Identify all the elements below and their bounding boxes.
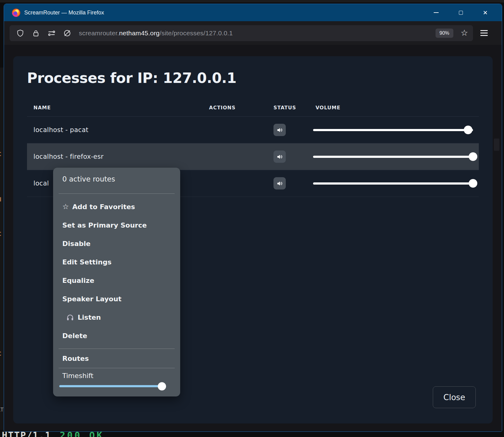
mute-toggle-button[interactable] <box>273 150 286 163</box>
menu-item-label: Delete <box>62 332 87 340</box>
url-domain: netham45.org <box>119 29 160 37</box>
close-dialog-button[interactable]: Close <box>433 386 476 408</box>
minimize-icon <box>434 12 439 13</box>
active-routes-label: 0 active routes <box>53 168 180 193</box>
volume-slider-thumb[interactable] <box>469 179 477 188</box>
menu-item-label: Speaker Layout <box>62 295 122 303</box>
menu-item-label: Listen <box>78 314 101 321</box>
menu-item-delete[interactable]: Delete <box>53 326 180 345</box>
firefox-logo-icon <box>12 9 20 17</box>
desktop-top-strip <box>0 0 504 2</box>
blocked-permission-icon[interactable] <box>63 29 71 37</box>
volume-slider-track[interactable] <box>313 182 473 185</box>
url-text[interactable]: screamrouter.netham45.org/site/processes… <box>79 29 233 37</box>
volume-slider-thumb[interactable] <box>464 126 472 134</box>
menu-item-equalize[interactable]: Equalize <box>53 271 180 290</box>
speaker-icon <box>277 127 283 133</box>
menu-item-speaker-layout[interactable]: Speaker Layout <box>53 290 180 308</box>
bookmark-star-icon[interactable]: ☆ <box>461 29 468 37</box>
browser-viewport: Processes for IP: 127.0.0.1 NAME ACTIONS… <box>4 45 502 432</box>
mute-toggle-button[interactable] <box>273 124 286 136</box>
url-path: /site/processes/127.0.0.1 <box>160 29 233 37</box>
star-icon: ☆ <box>62 203 69 210</box>
scrollbar-thumb[interactable] <box>494 139 499 151</box>
context-menu: 0 active routes ☆ Add to Favorites Set a… <box>53 168 180 396</box>
navigation-toolbar: screamrouter.netham45.org/site/processes… <box>4 21 502 45</box>
volume-slider-track[interactable] <box>313 156 473 158</box>
volume-slider-track[interactable] <box>313 129 473 131</box>
close-window-button[interactable]: ✕ <box>473 4 498 21</box>
page-title: Processes for IP: 127.0.0.1 <box>27 70 479 86</box>
terminal-fragment: C <box>0 231 1 237</box>
terminal-fragment: RT <box>0 407 3 413</box>
menu-item-disable[interactable]: Disable <box>53 234 180 253</box>
minimize-button[interactable] <box>424 4 448 21</box>
menu-item-label: Disable <box>62 240 91 248</box>
speaker-icon <box>277 180 283 187</box>
headphones-icon <box>66 313 74 322</box>
terminal-fragment: C <box>0 351 1 357</box>
terminal-fragment: d <box>0 197 1 203</box>
lock-icon[interactable] <box>32 29 40 37</box>
process-name: localhost - pacat <box>27 126 209 134</box>
permissions-icon[interactable] <box>48 29 56 37</box>
menu-item-label: Add to Favorites <box>72 203 135 211</box>
url-prefix: screamrouter. <box>79 29 119 37</box>
menu-item-label: Edit Settings <box>62 258 111 266</box>
volume-slider[interactable] <box>313 152 473 161</box>
app-menu-button[interactable] <box>480 30 488 36</box>
timeshift-slider[interactable] <box>59 382 166 390</box>
process-row[interactable]: localhost - pacat <box>27 117 479 143</box>
terminal-window-edge <box>0 68 4 430</box>
menu-item-set-primary-source[interactable]: Set as Primary Source <box>53 216 180 234</box>
desktop: C d C C RT HTTP/1.1200 OK ScreamRouter —… <box>0 0 504 437</box>
column-header-name: NAME <box>27 105 209 111</box>
process-name: localhost - firefox-esr <box>27 153 209 160</box>
app-menu-icon <box>480 30 488 31</box>
firefox-window: ScreamRouter — Mozilla Firefox ✕ <box>4 4 502 432</box>
menu-item-label: Equalize <box>62 277 94 284</box>
column-header-actions: ACTIONS <box>209 105 273 111</box>
timeshift-slider-thumb[interactable] <box>158 382 166 390</box>
window-title: ScreamRouter — Mozilla Firefox <box>24 10 104 16</box>
shield-icon[interactable] <box>16 29 24 37</box>
process-row[interactable]: localhost - firefox-esr <box>27 143 479 170</box>
mute-toggle-button[interactable] <box>273 177 286 189</box>
timeshift-slider-track[interactable] <box>59 385 166 387</box>
titlebar[interactable]: ScreamRouter — Mozilla Firefox ✕ <box>4 4 502 21</box>
terminal-fragment: C <box>0 151 1 157</box>
maximize-icon <box>459 11 463 15</box>
column-header-status: STATUS <box>273 105 316 111</box>
menu-item-add-to-favorites[interactable]: ☆ Add to Favorites <box>53 197 180 216</box>
table-header-row: NAME ACTIONS STATUS VOLUME <box>27 105 479 117</box>
menu-item-listen[interactable]: Listen <box>53 308 180 326</box>
url-bar[interactable]: screamrouter.netham45.org/site/processes… <box>10 25 473 41</box>
volume-slider-thumb[interactable] <box>469 152 477 161</box>
menu-item-label: Set as Primary Source <box>62 221 147 229</box>
maximize-button[interactable] <box>448 4 473 21</box>
zoom-level-badge[interactable]: 90% <box>436 29 453 38</box>
routes-section-label[interactable]: Routes <box>53 349 180 368</box>
timeshift-label: Timeshift <box>59 372 174 380</box>
menu-item-edit-settings[interactable]: Edit Settings <box>53 253 180 271</box>
column-header-volume: VOLUME <box>316 105 479 111</box>
volume-slider[interactable] <box>313 179 473 188</box>
speaker-icon <box>277 154 283 160</box>
close-window-icon: ✕ <box>483 10 488 16</box>
volume-slider[interactable] <box>313 125 473 135</box>
